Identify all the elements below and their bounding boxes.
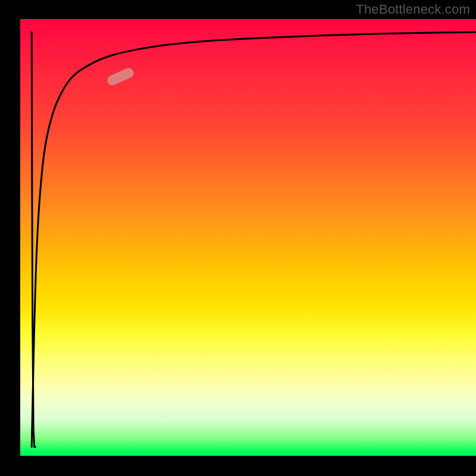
highlight-marker xyxy=(106,67,135,86)
watermark-text: TheBottleneck.com xyxy=(356,2,470,17)
plot-area xyxy=(20,19,476,456)
bottleneck-curve-line xyxy=(32,32,476,447)
curve-layer xyxy=(20,19,476,456)
chart-frame: TheBottleneck.com xyxy=(0,0,476,476)
